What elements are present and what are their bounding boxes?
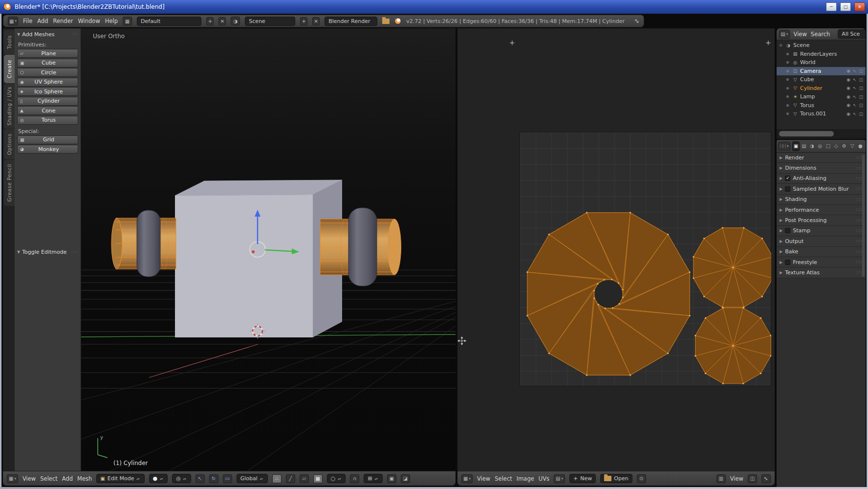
outliner-item-label[interactable]: Camera xyxy=(800,68,821,74)
add-ico-sphere-button[interactable]: ◈Ico Sphere xyxy=(17,87,78,96)
visibility-eye-icon[interactable]: ◉ xyxy=(846,111,850,116)
menu-select[interactable]: Select xyxy=(495,475,512,482)
outliner-row-cube[interactable]: ⊕ ▽ Cube ◉↖◫ xyxy=(777,75,866,84)
menu-file[interactable]: File xyxy=(23,18,32,24)
viewport-3d[interactable]: User Ortho y (1) Cylinder xyxy=(81,28,456,471)
expand-triangle-icon[interactable]: ▶ xyxy=(780,187,782,191)
collapse-triangle-icon[interactable]: ▼ xyxy=(17,32,20,37)
torus-left-object[interactable] xyxy=(137,210,160,277)
add-grid-button[interactable]: ▦Grid xyxy=(17,135,78,144)
panel-anti-aliasing[interactable]: ▶ ✓ Anti-Aliasing ∷∷ xyxy=(777,174,866,184)
panel-grip-icon[interactable]: ∷∷ xyxy=(856,155,863,160)
uv-island-cap-bottom[interactable] xyxy=(694,307,771,384)
add-plane-button[interactable]: ▱Plane xyxy=(17,49,78,58)
outliner-row-camera[interactable]: ⊕ ◫ Camera ◉↖◫ xyxy=(777,67,866,76)
expand-triangle-icon[interactable]: ▶ xyxy=(780,176,782,180)
toggle-editmode-panel-header[interactable]: ▼ Toggle Editmode ∷∷ xyxy=(17,248,78,256)
expand-icon[interactable]: ⊕ xyxy=(786,103,790,108)
panel-grip-icon[interactable]: ∷∷ xyxy=(856,207,863,212)
gizmo-x-dot[interactable] xyxy=(252,250,255,253)
panel-performance[interactable]: ▶ Performance ∷∷ xyxy=(777,205,866,215)
tab-world[interactable]: ◎ xyxy=(816,141,824,151)
tab-grease-pencil[interactable]: Grease Pencil xyxy=(4,160,15,206)
panel-grip-icon[interactable]: ∷∷ xyxy=(856,239,863,244)
panel-shading[interactable]: ▶ Shading ∷∷ xyxy=(777,195,866,205)
panel-grip-icon[interactable]: ∷∷ xyxy=(856,166,863,171)
manipulator-translate-button[interactable]: ↖ xyxy=(195,474,205,483)
fullscreen-icon[interactable]: ↔ xyxy=(632,17,641,25)
expand-icon[interactable]: ⊕ xyxy=(786,77,790,82)
add-circle-button[interactable]: ○Circle xyxy=(17,68,78,77)
outliner-row-scene[interactable]: ⊖ ◑ Scene xyxy=(777,41,866,50)
add-cube-button[interactable]: ▣Cube xyxy=(17,59,78,67)
outliner-row-lamp[interactable]: ⊕ ☀ Lamp ◉↖◫ xyxy=(777,92,866,101)
expand-icon[interactable]: ⊕ xyxy=(786,69,790,73)
layout-expand-button[interactable]: ↔ xyxy=(761,474,771,483)
opengl-render-anim-button[interactable]: ◪ xyxy=(401,474,410,483)
pin-button[interactable]: ⊙ xyxy=(637,474,646,483)
editor-type-button[interactable]: ▦ ▾ xyxy=(7,474,18,483)
panel-grip-icon[interactable]: ∷∷ xyxy=(856,176,863,181)
visibility-eye-icon[interactable]: ◉ xyxy=(846,77,850,82)
tab-scene[interactable]: ◑ xyxy=(808,141,816,151)
outliner-row-torus[interactable]: ⊕ ▽ Torus ◉↖◫ xyxy=(777,101,866,110)
tab-material[interactable]: ● xyxy=(857,141,864,151)
menu-image[interactable]: Image xyxy=(517,475,534,482)
panel-freestyle[interactable]: ▶ Freestyle ∷∷ xyxy=(777,257,866,267)
selectability-cursor-icon[interactable]: ↖ xyxy=(853,86,857,90)
add-meshes-panel-header[interactable]: ▼ Add Meshes ∷∷ xyxy=(17,30,78,38)
remove-layout-button[interactable]: ✕ xyxy=(218,17,226,25)
panel-dimensions[interactable]: ▶ Dimensions ∷∷ xyxy=(777,163,866,173)
menu-view[interactable]: View xyxy=(22,475,36,482)
display-filter-select[interactable]: All Sce xyxy=(838,29,866,39)
panel-grip-icon[interactable]: ∷∷ xyxy=(856,270,863,275)
collapse-triangle-icon[interactable]: ▼ xyxy=(17,250,20,254)
uv-island-cap-top[interactable] xyxy=(693,227,771,308)
cube-object[interactable] xyxy=(175,180,342,337)
minimize-button[interactable]: ─ xyxy=(826,2,837,11)
menu-add[interactable]: Add xyxy=(37,18,48,24)
expand-icon[interactable]: ⊕ xyxy=(786,111,790,116)
panel-post-processing[interactable]: ▶ Post Processing ∷∷ xyxy=(777,215,866,225)
snap-element-select[interactable]: ⊞ ▴▾ xyxy=(364,474,382,483)
sampled-motion-blur-checkbox[interactable] xyxy=(785,186,790,192)
menu-view[interactable]: View xyxy=(477,475,490,482)
panel-grip-icon[interactable]: ∷∷ xyxy=(856,228,863,233)
tab-shading-uvs[interactable]: Shading / UVs xyxy=(4,84,15,129)
expand-triangle-icon[interactable]: ▶ xyxy=(780,239,782,244)
menu-search[interactable]: Search xyxy=(811,31,830,38)
menu-mesh[interactable]: Mesh xyxy=(77,475,92,482)
menu-view[interactable]: View xyxy=(794,31,807,38)
close-button[interactable]: ✕ xyxy=(854,2,865,11)
snap-toggle-button[interactable]: ∩ xyxy=(350,474,359,483)
titlebar[interactable]: Blender* [C:\Projects\Blender2ZBTutorial… xyxy=(0,0,868,14)
panel-grip-icon[interactable]: ∷∷ xyxy=(856,218,863,223)
vertex-select-button[interactable]: ∴ xyxy=(272,474,282,483)
tab-options[interactable]: Options xyxy=(4,129,15,159)
add-cylinder-button[interactable]: ▯Cylinder xyxy=(17,97,78,106)
outliner-item-label[interactable]: Torus.001 xyxy=(800,111,826,117)
manipulator-scale-button[interactable]: ▭ xyxy=(223,474,232,483)
expand-icon[interactable]: ⊕ xyxy=(786,60,790,65)
tab-data[interactable]: ▽ xyxy=(848,141,856,151)
expand-triangle-icon[interactable]: ▶ xyxy=(780,249,782,254)
tab-render[interactable]: ▣ xyxy=(792,141,800,151)
tab-object[interactable]: □ xyxy=(825,141,832,151)
selectability-cursor-icon[interactable]: ↖ xyxy=(853,103,857,108)
renderability-camera-icon[interactable]: ◫ xyxy=(859,94,863,99)
selectability-cursor-icon[interactable]: ↖ xyxy=(853,94,857,99)
expand-triangle-icon[interactable]: ▶ xyxy=(780,166,782,170)
panel-texture-atlas[interactable]: ▶ Texture Atlas ∷∷ xyxy=(777,267,866,278)
renderability-camera-icon[interactable]: ◫ xyxy=(859,77,863,82)
renderability-camera-icon[interactable]: ◫ xyxy=(859,68,863,73)
open-image-button[interactable]: Open xyxy=(600,474,632,483)
visibility-eye-icon[interactable]: ◉ xyxy=(846,94,850,99)
render-engine-select[interactable]: Blender Render xyxy=(325,17,377,26)
expand-triangle-icon[interactable]: ▶ xyxy=(780,208,782,212)
selectability-cursor-icon[interactable]: ↖ xyxy=(853,111,857,116)
expand-triangle-icon[interactable]: ▶ xyxy=(780,218,782,222)
editor-type-button[interactable]: ∷∷ ▾ xyxy=(778,142,790,151)
expand-triangle-icon[interactable]: ▶ xyxy=(780,228,782,233)
add-torus-button[interactable]: ◎Torus xyxy=(17,116,78,125)
tab-constraints[interactable]: ◇ xyxy=(832,141,840,151)
